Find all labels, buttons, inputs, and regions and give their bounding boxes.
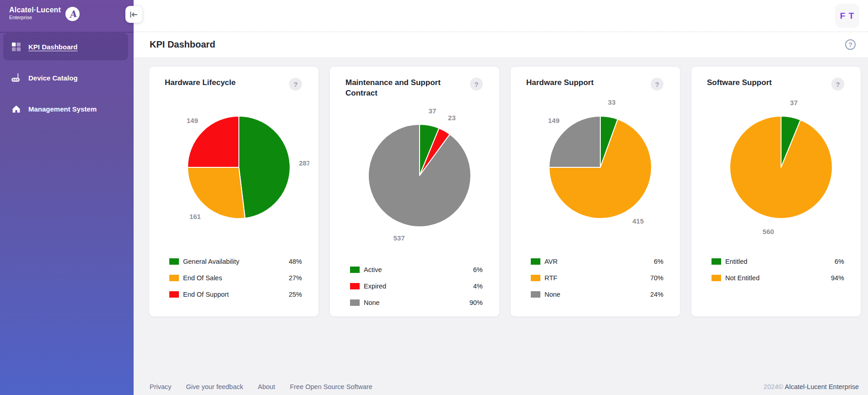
copyright: 2024© Alcatel-Lucent Enterprise [764,383,859,390]
legend-swatch [169,291,179,298]
copyright-owner: Alcatel-Lucent Enterprise [783,383,859,390]
sidebar-item-kpi-dashboard[interactable]: KPI Dashboard [3,33,128,60]
sidebar-divider [0,32,134,32]
chart-legend: General Availability48%End Of Sales27%En… [165,253,302,303]
kpi-card-maintenance-and-support-contract: Maintenance and Support Contract?3723537… [329,66,500,317]
legend-percent: 70% [650,274,663,282]
brand-name: Alcatel·Lucent [9,6,61,14]
legend-percent: 90% [469,299,483,306]
legend-swatch [531,258,540,265]
card-help-icon[interactable]: ? [470,78,483,91]
legend-percent: 24% [650,291,663,298]
pie-value-label: 287 [299,159,309,167]
footer-links: PrivacyGive your feedbackAboutFree Open … [150,383,372,390]
pie-chart: 287161149 [165,94,309,240]
legend-swatch [531,275,540,281]
pie-chart: 3723537 [345,102,490,248]
legend-label: RTF [545,274,650,282]
brand-logo: Alcatel·Lucent Enterprise A [0,0,134,21]
pie-slice-none[interactable] [368,124,471,227]
card-title: Software Support [707,78,772,88]
legend-row-entitled: Entitled6% [707,253,844,270]
legend-swatch [350,283,360,289]
card-help-icon[interactable]: ? [651,78,663,91]
sidebar-item-label: KPI Dashboard [28,43,78,51]
legend-row-general-availability: General Availability48% [165,253,302,270]
pie-value-label: 560 [763,228,774,235]
pie-chart: 37560 [707,94,852,240]
sidebar-item-label: Device Catalog [28,74,78,82]
collapse-arrow-icon [130,11,138,18]
ale-swirl-logo-icon: A [65,7,80,21]
pie-value-label: 37 [429,107,437,115]
legend-swatch [350,299,360,306]
footer-link-about[interactable]: About [258,383,275,390]
access-point-icon [11,73,21,83]
legend-label: General Availability [183,258,289,265]
sidebar-collapse-button[interactable] [125,6,142,23]
legend-swatch [531,291,540,298]
footer-link-privacy[interactable]: Privacy [150,383,172,390]
legend-label: End Of Support [183,291,289,298]
pie-slice-not-entitled[interactable] [730,116,832,219]
sidebar-nav: KPI DashboardDevice CatalogManagement Sy… [0,33,134,123]
page-title: KPI Dashboard [150,39,215,50]
legend-label: End Of Sales [183,274,289,282]
legend-percent: 48% [289,258,302,265]
pie-value-label: 161 [189,213,201,220]
card-header: Hardware Support? [526,78,663,91]
chart-legend: Active6%Expired4%None90% [345,262,483,311]
legend-label: None [364,299,469,306]
legend-swatch [712,275,721,281]
pie-value-label: 23 [448,114,456,122]
legend-row-expired: Expired4% [345,278,483,294]
home-icon [11,104,21,114]
pie-value-label: 149 [548,117,560,124]
legend-percent: 94% [831,274,844,282]
card-header: Maintenance and Support Contract? [345,78,483,99]
legend-swatch [712,258,721,265]
kpi-card-hardware-support: Hardware Support?33415149AVR6%RTF70%None… [510,66,680,317]
legend-percent: 6% [835,258,844,265]
legend-row-avr: AVR6% [526,253,663,270]
pie-slice-end-of-sales[interactable] [188,167,245,219]
card-help-icon[interactable]: ? [289,78,302,91]
legend-percent: 27% [289,274,302,282]
brand-subtitle: Enterprise [9,15,61,20]
pie-chart: 33415149 [526,94,671,240]
pie-slice-general-availability[interactable] [239,116,290,218]
pie-value-label: 33 [608,98,616,106]
footer-link-give-your-feedback[interactable]: Give your feedback [186,383,243,390]
legend-percent: 4% [473,283,483,290]
pie-value-label: 149 [187,117,198,124]
legend-row-end-of-sales: End Of Sales27% [165,270,302,286]
legend-percent: 6% [473,266,483,273]
legend-label: Active [364,266,473,273]
card-title: Hardware Support [526,78,593,88]
footer-link-free-open-source-software[interactable]: Free Open Source Software [290,383,372,390]
content-area: Hardware Lifecycle?287161149General Avai… [134,57,868,395]
user-avatar[interactable]: F T [835,4,859,28]
grid-icon [11,42,21,52]
pie-value-label: 537 [394,234,405,242]
legend-label: Entitled [725,258,835,265]
card-help-icon[interactable]: ? [831,78,844,91]
help-icon[interactable]: ? [845,39,856,50]
sidebar-item-management-system[interactable]: Management System [3,95,128,123]
legend-row-active: Active6% [345,262,483,278]
sidebar-item-label: Management System [28,105,97,113]
legend-percent: 6% [654,258,663,265]
sidebar-item-device-catalog[interactable]: Device Catalog [3,64,128,91]
card-header: Software Support? [707,78,844,91]
card-title: Hardware Lifecycle [165,78,236,88]
legend-swatch [169,258,179,265]
legend-row-rtf: RTF70% [526,270,663,286]
sidebar: Alcatel·Lucent Enterprise A KPI Dashboar… [0,0,134,395]
legend-swatch [169,275,179,281]
legend-label: None [545,291,650,298]
kpi-card-software-support: Software Support?37560Entitled6%Not Enti… [691,66,861,317]
legend-swatch [350,267,360,273]
card-header: Hardware Lifecycle? [165,78,302,91]
copyright-year: 2024© [764,383,783,390]
legend-row-end-of-support: End Of Support25% [165,286,302,303]
